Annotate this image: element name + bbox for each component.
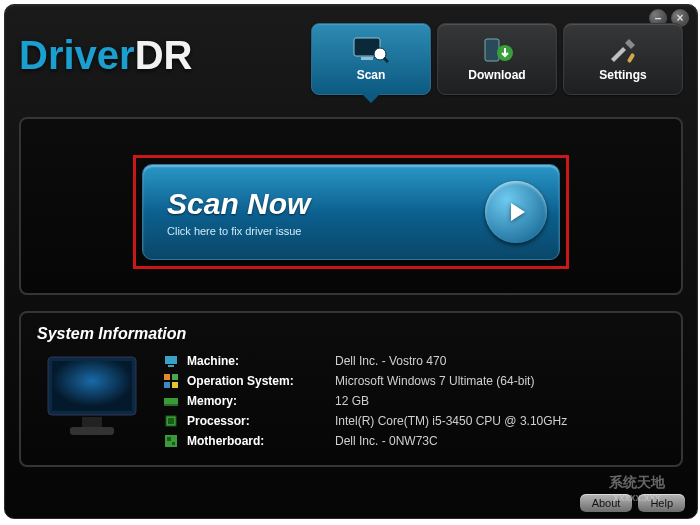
svg-rect-16	[172, 382, 178, 388]
svg-rect-15	[164, 382, 170, 388]
svg-rect-23	[172, 442, 175, 445]
system-info-heading: System Information	[37, 325, 665, 343]
spec-row-processor: Processor: Intel(R) Core(TM) i5-3450 CPU…	[163, 411, 665, 431]
svg-rect-14	[172, 374, 178, 380]
spec-row-os: Operation System: Microsoft Windows 7 Ul…	[163, 371, 665, 391]
tools-icon	[605, 37, 641, 65]
help-button[interactable]: Help	[638, 494, 685, 512]
brand-logo: DriverDR	[19, 33, 192, 78]
main-panel: Scan Now Click here to fix driver issue	[19, 117, 683, 295]
tab-label: Scan	[357, 68, 386, 82]
svg-rect-13	[164, 374, 170, 380]
spec-row-motherboard: Motherboard: Dell Inc. - 0NW73C	[163, 431, 665, 451]
footer-buttons: About Help	[580, 494, 685, 512]
svg-rect-8	[52, 361, 132, 411]
spec-row-machine: Machine: Dell Inc. - Vostro 470	[163, 351, 665, 371]
svg-rect-1	[361, 57, 373, 60]
tab-download[interactable]: Download	[437, 23, 557, 95]
highlight-box: Scan Now Click here to fix driver issue	[133, 155, 569, 269]
svg-rect-20	[168, 418, 174, 424]
computer-icon	[163, 353, 179, 369]
header: DriverDR Scan Download Settings	[5, 27, 697, 95]
spec-row-memory: Memory: 12 GB	[163, 391, 665, 411]
svg-rect-6	[627, 52, 635, 63]
svg-rect-10	[70, 427, 114, 435]
cpu-icon	[163, 413, 179, 429]
svg-rect-22	[167, 437, 171, 441]
scan-now-button[interactable]: Scan Now Click here to fix driver issue	[142, 164, 560, 260]
tab-scan[interactable]: Scan	[311, 23, 431, 95]
ram-icon	[163, 393, 179, 409]
scan-button-subtitle: Click here to fix driver issue	[167, 225, 310, 237]
scan-button-title: Scan Now	[167, 187, 310, 221]
svg-line-3	[384, 58, 388, 62]
tab-label: Settings	[599, 68, 646, 82]
about-button[interactable]: About	[580, 494, 633, 512]
download-icon	[479, 37, 515, 65]
brand-part2: DR	[135, 33, 193, 78]
system-information-panel: System Information Machine: Dell Inc. - …	[19, 311, 683, 467]
svg-rect-12	[168, 365, 174, 367]
monitor-icon	[37, 351, 147, 441]
app-window: – × DriverDR Scan Download	[4, 4, 698, 519]
play-icon	[485, 181, 547, 243]
svg-rect-11	[165, 356, 177, 364]
tab-label: Download	[468, 68, 525, 82]
tab-settings[interactable]: Settings	[563, 23, 683, 95]
svg-rect-4	[485, 39, 499, 61]
svg-rect-17	[164, 398, 178, 404]
windows-icon	[163, 373, 179, 389]
svg-rect-18	[164, 404, 178, 406]
main-tabs: Scan Download Settings	[311, 23, 683, 95]
monitor-search-icon	[353, 37, 389, 65]
motherboard-icon	[163, 433, 179, 449]
svg-rect-9	[82, 417, 102, 427]
brand-part1: Driver	[19, 33, 135, 78]
